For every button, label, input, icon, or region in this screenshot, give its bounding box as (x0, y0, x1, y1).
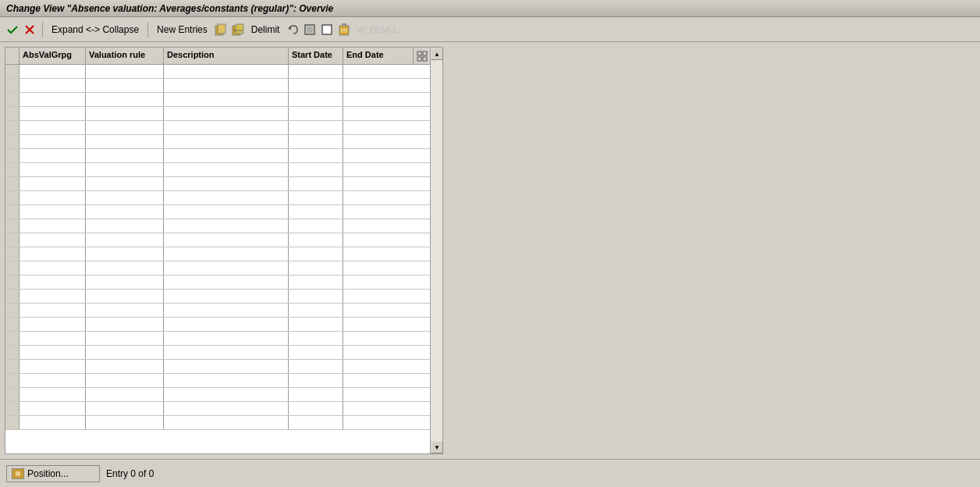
cell-enddate[interactable] (343, 275, 398, 289)
cell-desc[interactable] (164, 205, 289, 219)
cell-startdate[interactable] (289, 388, 343, 401)
table-row[interactable] (5, 261, 430, 275)
cell-desc[interactable] (164, 346, 289, 359)
cell-desc[interactable] (164, 79, 289, 92)
cell-enddate[interactable] (343, 402, 398, 415)
cell-enddate[interactable] (343, 388, 398, 401)
cell-desc[interactable] (164, 388, 289, 401)
row-select-cell[interactable] (5, 149, 20, 162)
cell-startdate[interactable] (289, 261, 343, 275)
cell-desc[interactable] (164, 135, 289, 148)
cell-valrule[interactable] (86, 290, 164, 303)
cell-desc[interactable] (164, 402, 289, 415)
cell-startdate[interactable] (289, 332, 343, 345)
cell-startdate[interactable] (289, 346, 343, 359)
table-row[interactable] (5, 135, 430, 149)
cell-desc[interactable] (164, 121, 289, 134)
cell-enddate[interactable] (343, 135, 398, 148)
row-select-cell[interactable] (5, 346, 20, 359)
row-select-cell[interactable] (5, 304, 20, 317)
cell-enddate[interactable] (343, 149, 398, 162)
cell-startdate[interactable] (289, 121, 343, 134)
row-select-cell[interactable] (5, 93, 20, 106)
cell-desc[interactable] (164, 304, 289, 317)
row-select-cell[interactable] (5, 360, 20, 373)
cell-valrule[interactable] (86, 388, 164, 401)
row-select-cell[interactable] (5, 191, 20, 204)
cell-desc[interactable] (164, 149, 289, 162)
cell-enddate[interactable] (343, 233, 398, 247)
cell-enddate[interactable] (343, 219, 398, 233)
check-icon[interactable] (5, 22, 20, 37)
row-select-cell[interactable] (5, 65, 20, 78)
cell-desc[interactable] (164, 360, 289, 373)
cell-enddate[interactable] (343, 163, 398, 176)
row-select-cell[interactable] (5, 107, 20, 120)
table-row[interactable] (5, 304, 430, 318)
cell-enddate[interactable] (343, 332, 398, 345)
cell-valrule[interactable] (86, 402, 164, 415)
deselect-all-icon[interactable] (319, 22, 335, 37)
row-select-cell[interactable] (5, 135, 20, 148)
cell-desc[interactable] (164, 93, 289, 106)
cell-enddate[interactable] (343, 304, 398, 317)
cell-absvalgrp[interactable] (20, 177, 86, 190)
cell-startdate[interactable] (289, 360, 343, 373)
row-select-cell[interactable] (5, 402, 20, 415)
cell-startdate[interactable] (289, 65, 343, 78)
cell-desc[interactable] (164, 275, 289, 289)
cell-valrule[interactable] (86, 233, 164, 247)
cell-valrule[interactable] (86, 177, 164, 190)
select-all-icon[interactable] (302, 22, 318, 37)
cell-absvalgrp[interactable] (20, 360, 86, 373)
table-row[interactable] (5, 177, 430, 191)
cell-absvalgrp[interactable] (20, 79, 86, 92)
cell-valrule[interactable] (86, 332, 164, 345)
cell-desc[interactable] (164, 191, 289, 204)
table-row[interactable] (5, 290, 430, 304)
copy-icon[interactable] (213, 22, 229, 37)
cell-absvalgrp[interactable] (20, 219, 86, 233)
cell-absvalgrp[interactable] (20, 416, 86, 429)
cell-enddate[interactable] (343, 191, 398, 204)
cell-enddate[interactable] (343, 107, 398, 120)
scroll-up-button[interactable]: ▲ (431, 48, 443, 60)
row-select-cell[interactable] (5, 233, 20, 247)
cell-enddate[interactable] (343, 360, 398, 373)
cell-absvalgrp[interactable] (20, 332, 86, 345)
cell-absvalgrp[interactable] (20, 247, 86, 261)
cell-startdate[interactable] (289, 191, 343, 204)
undo-icon[interactable] (285, 22, 300, 37)
cell-valrule[interactable] (86, 261, 164, 275)
cell-startdate[interactable] (289, 219, 343, 233)
cell-valrule[interactable] (86, 360, 164, 373)
cell-valrule[interactable] (86, 93, 164, 106)
table-row[interactable] (5, 233, 430, 247)
row-select-cell[interactable] (5, 318, 20, 331)
cell-enddate[interactable] (343, 416, 398, 429)
cell-startdate[interactable] (289, 93, 343, 106)
cell-absvalgrp[interactable] (20, 65, 86, 78)
cell-absvalgrp[interactable] (20, 121, 86, 134)
cell-valrule[interactable] (86, 79, 164, 92)
cell-valrule[interactable] (86, 374, 164, 387)
move-icon[interactable] (230, 22, 246, 37)
cell-desc[interactable] (164, 318, 289, 331)
cell-desc[interactable] (164, 65, 289, 78)
cell-startdate[interactable] (289, 402, 343, 415)
cell-startdate[interactable] (289, 318, 343, 331)
cell-absvalgrp[interactable] (20, 107, 86, 120)
cell-valrule[interactable] (86, 346, 164, 359)
table-row[interactable] (5, 205, 430, 219)
table-row[interactable] (5, 346, 430, 360)
cell-enddate[interactable] (343, 65, 398, 78)
row-select-cell[interactable] (5, 261, 20, 275)
table-row[interactable] (5, 416, 430, 430)
row-select-cell[interactable] (5, 388, 20, 401)
cell-startdate[interactable] (289, 107, 343, 120)
cell-desc[interactable] (164, 374, 289, 387)
cell-desc[interactable] (164, 163, 289, 176)
cell-absvalgrp[interactable] (20, 402, 86, 415)
row-select-cell[interactable] (5, 416, 20, 429)
table-row[interactable] (5, 219, 430, 233)
